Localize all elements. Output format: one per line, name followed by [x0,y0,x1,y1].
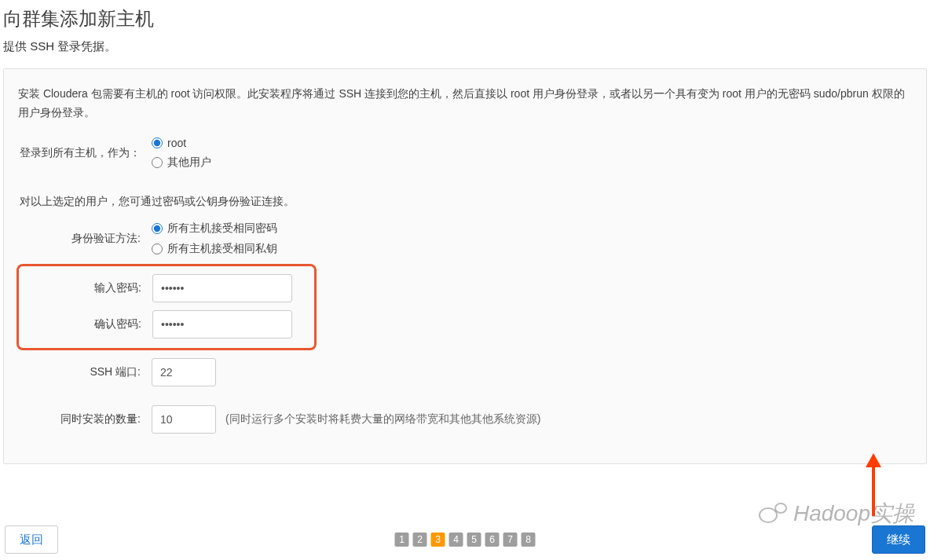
radio-privatekey[interactable] [152,243,163,254]
radio-other-text: 其他用户 [167,156,211,170]
intro-text: 安装 Cloudera 包需要有主机的 root 访问权限。此安装程序将通过 S… [18,85,912,123]
concurrent-row: 同时安装的数量: (同时运行多个安装时将耗费大量的网络带宽和其他其他系统资源) [18,405,912,434]
ssh-port-label: SSH 端口: [18,365,152,379]
step-8[interactable]: 8 [522,533,536,547]
auth-method-label: 身份验证方法: [18,232,152,246]
confirm-password-row: 确认密码: [19,310,314,339]
radio-other-option[interactable]: 其他用户 [152,156,211,170]
step-7[interactable]: 7 [503,533,518,547]
page-subtitle: 提供 SSH 登录凭据。 [0,39,930,68]
confirm-password-label: 确认密码: [19,317,152,331]
radio-privatekey-text: 所有主机接受相同私钥 [167,242,277,256]
concurrent-label: 同时安装的数量: [18,412,152,426]
radio-password[interactable] [152,223,163,234]
input-password-row: 输入密码: [19,274,314,302]
annotation-arrow-icon [866,453,881,516]
step-indicator: 12345678 [395,533,536,547]
auth-method-row: 身份验证方法: 所有主机接受相同密码 所有主机接受相同私钥 [18,221,912,256]
radio-password-option[interactable]: 所有主机接受相同密码 [152,221,277,236]
ssh-port-input[interactable] [152,358,216,386]
step-1[interactable]: 1 [395,533,409,547]
form-card: 安装 Cloudera 包需要有主机的 root 访问权限。此安装程序将通过 S… [3,68,927,464]
login-as-row: 登录到所有主机，作为： root 其他用户 [18,137,912,170]
step-4[interactable]: 4 [449,533,463,547]
step-6[interactable]: 6 [485,533,500,547]
ssh-port-row: SSH 端口: [18,358,912,386]
password-highlight-box: 输入密码: 确认密码: [16,264,317,350]
concurrent-input[interactable] [152,405,216,434]
radio-privatekey-option[interactable]: 所有主机接受相同私钥 [152,242,277,256]
step-5[interactable]: 5 [467,533,481,547]
radio-root-text: root [167,137,186,149]
step-2[interactable]: 2 [413,533,427,547]
back-button[interactable]: 返回 [5,525,58,554]
auth-prompt: 对以上选定的用户，您可通过密码或公钥身份验证连接。 [20,195,912,209]
radio-root-option[interactable]: root [152,137,211,149]
radio-password-text: 所有主机接受相同密码 [167,221,277,236]
login-as-label: 登录到所有主机，作为： [18,146,152,160]
continue-button[interactable]: 继续 [872,525,925,554]
concurrent-hint: (同时运行多个安装时将耗费大量的网络带宽和其他其他系统资源) [225,412,540,426]
footer-bar: 返回 12345678 继续 [0,519,930,560]
input-password[interactable] [152,274,292,302]
confirm-password[interactable] [152,310,292,339]
radio-other[interactable] [152,157,163,168]
radio-root[interactable] [152,137,163,148]
step-3[interactable]: 3 [431,533,445,547]
page-title: 向群集添加新主机 [0,0,930,39]
input-password-label: 输入密码: [19,281,152,295]
